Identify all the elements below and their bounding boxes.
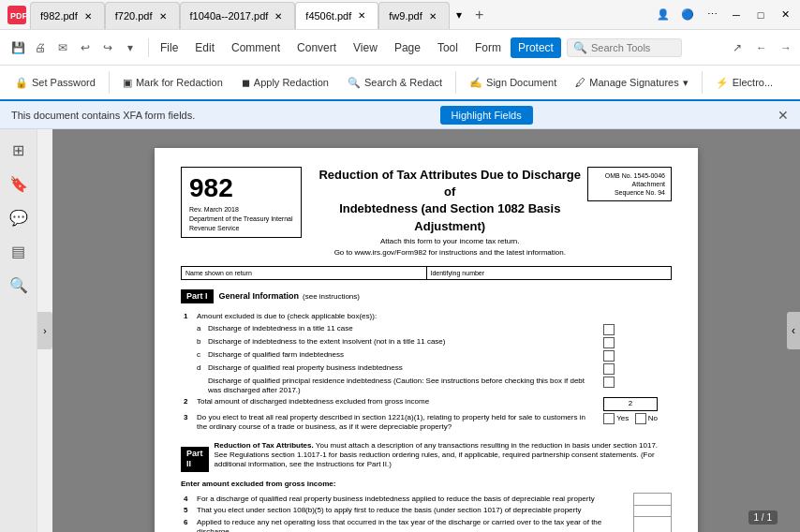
item4-input	[634, 494, 672, 505]
back-icon[interactable]: ←	[751, 37, 772, 58]
apply-redaction-button[interactable]: ◼ Apply Redaction	[234, 73, 336, 93]
sidebar-collapse-button[interactable]: ›	[37, 312, 52, 349]
sign-document-label: Sign Document	[486, 77, 556, 88]
item1-number: 1	[181, 311, 194, 322]
print-quick-button[interactable]: 🖨	[30, 37, 51, 58]
close-button[interactable]: ✕	[774, 4, 796, 26]
item1b-row: b Discharge of indebtedness to the exten…	[181, 336, 672, 349]
part2-header: Part II	[181, 447, 209, 472]
sign-icon: ✍	[469, 77, 482, 89]
identifying-label: Identifying number	[427, 267, 672, 279]
page-indicator-overlay: 1 / 1	[748, 510, 778, 525]
manage-signatures-button[interactable]: 🖊 Manage Signatures ▾	[568, 73, 695, 93]
menu-tool[interactable]: Tool	[430, 37, 466, 58]
form-dept1: Department of the Treasury Internal	[189, 214, 293, 224]
form-title-line2: Indebtedness (and Section 1082 Basis Adj…	[313, 200, 588, 234]
item3-text: Do you elect to treat all real property …	[194, 412, 600, 434]
menu-edit[interactable]: Edit	[187, 37, 222, 58]
pdf-page: 982 Rev. March 2018 Department of the Tr…	[155, 148, 698, 532]
form-omb: OMB No. 1545-0046 Attachment Sequence No…	[587, 167, 672, 201]
sidebar-fields-icon[interactable]: ▤	[6, 238, 32, 264]
forward-icon[interactable]: →	[776, 37, 796, 58]
item1a-row: a Discharge of indebtedness in a title 1…	[181, 323, 672, 336]
search-tools-box: 🔍	[567, 38, 682, 57]
part1-table: 1 Amount excluded is due to (check appli…	[181, 311, 672, 433]
manage-signatures-label: Manage Signatures	[589, 77, 678, 88]
item4-row: 4 For a discharge of qualified real prop…	[181, 494, 672, 505]
user-icon[interactable]: 👤	[652, 4, 674, 26]
info-bar-close[interactable]: ✕	[778, 108, 789, 123]
document-container[interactable]: 982 Rev. March 2018 Department of the Tr…	[52, 129, 800, 532]
menu-comment[interactable]: Comment	[224, 37, 288, 58]
tab-close-f720[interactable]: ✕	[156, 9, 170, 22]
item5-text: That you elect under section 108(b)(5) t…	[194, 505, 634, 516]
checkbox-3-no[interactable]	[635, 413, 646, 424]
menu-page[interactable]: Page	[387, 37, 428, 58]
form-header: 982 Rev. March 2018 Department of the Tr…	[181, 167, 672, 259]
tab-f720[interactable]: f720.pdf ✕	[105, 2, 180, 29]
menu-view[interactable]: View	[346, 37, 385, 58]
protect-toolbar: 🔒 Set Password ▣ Mark for Redaction ◼ Ap…	[0, 66, 800, 101]
menu-protect[interactable]: Protect	[511, 37, 561, 58]
sidebar-pages-icon[interactable]: ⊞	[6, 137, 32, 163]
tab-fw9[interactable]: fw9.pdf ✕	[378, 2, 449, 29]
form-number-box: 982 Rev. March 2018 Department of the Tr…	[181, 167, 302, 238]
tab-close-f982[interactable]: ✕	[81, 9, 95, 22]
menu-convert[interactable]: Convert	[289, 37, 344, 58]
item2-text: Total amount of discharged indebtedness …	[194, 396, 600, 411]
add-tab-button[interactable]: +	[468, 4, 491, 26]
sidebar-bookmarks-icon[interactable]: 🔖	[6, 170, 32, 197]
electro-label: Electro...	[733, 77, 773, 88]
restore-button[interactable]: □	[749, 4, 772, 26]
tab-close-f1040a[interactable]: ✕	[272, 9, 285, 22]
checkbox-1a[interactable]	[603, 324, 615, 335]
redo-quick-button[interactable]: ↪	[97, 37, 118, 58]
tab-close-f4506t[interactable]: ✕	[355, 9, 368, 22]
form-name-row: Name shown on return Identifying number	[181, 266, 672, 280]
email-quick-button[interactable]: ✉	[52, 37, 73, 58]
checkbox-3-yes[interactable]	[603, 413, 615, 424]
manage-signatures-dropdown-icon: ▾	[683, 77, 689, 89]
name-label: Name shown on return	[182, 267, 427, 279]
form-title-box: Reduction of Tax Attributes Due to Disch…	[313, 167, 588, 259]
tab-overflow[interactable]: ▾	[450, 4, 468, 26]
tab-f982[interactable]: f982.pdf ✕	[30, 2, 105, 29]
tab-label: f1040a--2017.pdf	[190, 10, 269, 22]
account-icon[interactable]: 🔵	[676, 4, 699, 26]
item3-no-label: No	[648, 414, 658, 422]
electro-button[interactable]: ⚡ Electro...	[708, 73, 780, 93]
mark-icon: ▣	[123, 77, 132, 89]
tab-f1040a[interactable]: f1040a--2017.pdf ✕	[180, 2, 296, 29]
tabs-bar: f982.pdf ✕ f720.pdf ✕ f1040a--2017.pdf ✕…	[30, 1, 652, 29]
sidebar-comments-icon[interactable]: 💬	[6, 204, 32, 230]
undo-quick-button[interactable]: ↩	[75, 37, 96, 58]
toolbar-sep-1	[109, 71, 110, 94]
search-tools-input[interactable]	[591, 42, 675, 53]
checkbox-1b[interactable]	[603, 337, 615, 348]
more-icon[interactable]: ⋯	[701, 4, 723, 26]
menu-form[interactable]: Form	[467, 37, 509, 58]
highlight-fields-button[interactable]: Highlight Fields	[440, 106, 533, 125]
save-quick-button[interactable]: 💾	[7, 37, 28, 58]
right-collapse-button[interactable]: ‹	[787, 312, 800, 349]
part1-title: General Information	[219, 291, 300, 303]
set-password-button[interactable]: 🔒 Set Password	[7, 73, 103, 93]
item1d-letter: d	[194, 362, 205, 376]
checkbox-1d[interactable]	[603, 363, 615, 375]
checkbox-1e[interactable]	[603, 377, 615, 388]
search-redact-button[interactable]: 🔍 Search & Redact	[340, 73, 450, 93]
menu-file[interactable]: File	[153, 37, 185, 58]
tab-f4506t[interactable]: f4506t.pdf ✕	[295, 2, 378, 29]
minimize-button[interactable]: ─	[725, 4, 748, 26]
external-link-icon[interactable]: ↗	[727, 37, 748, 58]
mark-redaction-button[interactable]: ▣ Mark for Redaction	[115, 73, 230, 93]
form-number: 982	[189, 171, 293, 205]
sign-document-button[interactable]: ✍ Sign Document	[462, 73, 564, 93]
tab-label: f982.pdf	[40, 10, 78, 22]
quick-access-dropdown[interactable]: ▾	[120, 37, 141, 58]
item5-row: 5 That you elect under section 108(b)(5)…	[181, 505, 672, 516]
tab-close-fw9[interactable]: ✕	[426, 9, 439, 22]
sidebar-search-icon[interactable]: 🔍	[6, 272, 32, 298]
checkbox-1c[interactable]	[603, 350, 615, 362]
tab-label: f720.pdf	[115, 10, 153, 22]
